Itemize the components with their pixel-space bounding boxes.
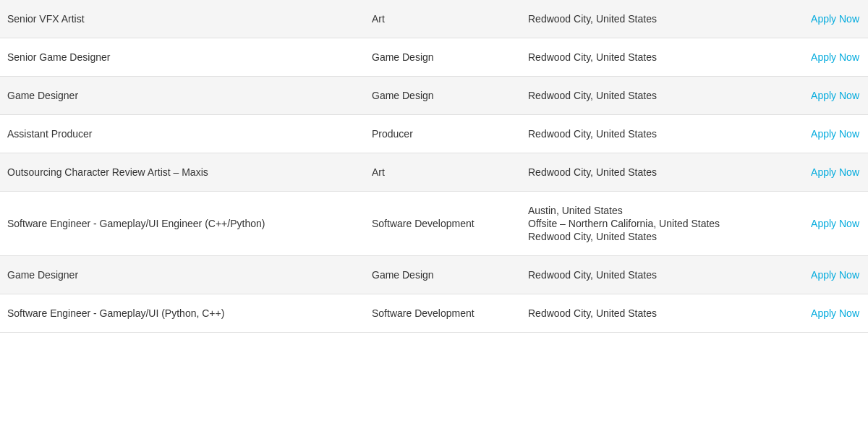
location-line: Austin, United States <box>528 205 755 216</box>
job-department: Game Design <box>365 38 521 77</box>
job-action-cell: Apply Now <box>764 294 868 333</box>
job-title: Assistant Producer <box>0 115 365 153</box>
job-action-cell: Apply Now <box>764 256 868 294</box>
job-location: Redwood City, United States <box>521 115 764 153</box>
job-location: Redwood City, United States <box>521 153 764 192</box>
table-row: Software Engineer - Gameplay/UI (Python,… <box>0 294 868 333</box>
jobs-table: Senior VFX ArtistArtRedwood City, United… <box>0 0 868 333</box>
job-department: Art <box>365 153 521 192</box>
job-title: Software Engineer - Gameplay/UI Engineer… <box>0 192 365 256</box>
location-line: Redwood City, United States <box>528 231 755 242</box>
table-row: Senior VFX ArtistArtRedwood City, United… <box>0 0 868 38</box>
table-row: Senior Game DesignerGame DesignRedwood C… <box>0 38 868 77</box>
job-title: Game Designer <box>0 77 365 115</box>
table-row: Outsourcing Character Review Artist – Ma… <box>0 153 868 192</box>
table-row: Assistant ProducerProducerRedwood City, … <box>0 115 868 153</box>
job-location: Redwood City, United States <box>521 77 764 115</box>
apply-now-button[interactable]: Apply Now <box>811 307 859 319</box>
job-action-cell: Apply Now <box>764 192 868 256</box>
apply-now-button[interactable]: Apply Now <box>811 128 859 140</box>
job-action-cell: Apply Now <box>764 38 868 77</box>
job-location: Redwood City, United States <box>521 0 764 38</box>
apply-now-button[interactable]: Apply Now <box>811 51 859 63</box>
job-location: Redwood City, United States <box>521 38 764 77</box>
job-title: Senior Game Designer <box>0 38 365 77</box>
apply-now-button[interactable]: Apply Now <box>811 13 859 25</box>
job-department: Game Design <box>365 77 521 115</box>
job-title: Senior VFX Artist <box>0 0 365 38</box>
job-title: Outsourcing Character Review Artist – Ma… <box>0 153 365 192</box>
job-title: Game Designer <box>0 256 365 294</box>
job-title: Software Engineer - Gameplay/UI (Python,… <box>0 294 365 333</box>
job-department: Software Development <box>365 294 521 333</box>
job-department: Game Design <box>365 256 521 294</box>
location-line: Offsite – Northern California, United St… <box>528 218 755 229</box>
apply-now-button[interactable]: Apply Now <box>811 269 859 281</box>
job-location: Austin, United StatesOffsite – Northern … <box>521 192 764 256</box>
job-department: Software Development <box>365 192 521 256</box>
job-location: Redwood City, United States <box>521 294 764 333</box>
job-location: Redwood City, United States <box>521 256 764 294</box>
job-action-cell: Apply Now <box>764 0 868 38</box>
table-row: Game DesignerGame DesignRedwood City, Un… <box>0 77 868 115</box>
job-action-cell: Apply Now <box>764 77 868 115</box>
job-department: Producer <box>365 115 521 153</box>
apply-now-button[interactable]: Apply Now <box>811 90 859 101</box>
job-action-cell: Apply Now <box>764 115 868 153</box>
apply-now-button[interactable]: Apply Now <box>811 218 859 229</box>
apply-now-button[interactable]: Apply Now <box>811 166 859 178</box>
job-action-cell: Apply Now <box>764 153 868 192</box>
job-department: Art <box>365 0 521 38</box>
table-row: Software Engineer - Gameplay/UI Engineer… <box>0 192 868 256</box>
table-row: Game DesignerGame DesignRedwood City, Un… <box>0 256 868 294</box>
